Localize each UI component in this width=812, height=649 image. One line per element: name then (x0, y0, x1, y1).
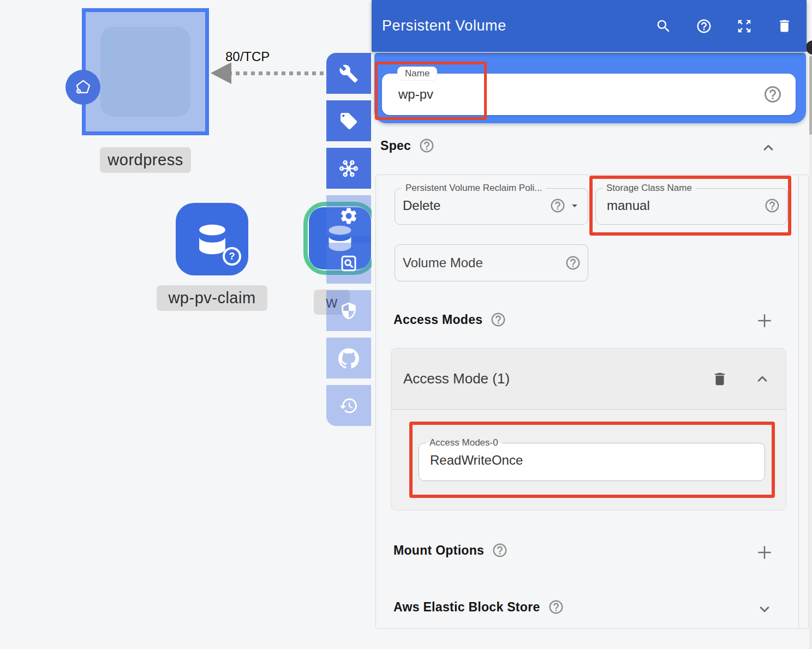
history-icon (339, 396, 359, 416)
storage-class-input[interactable]: Storage Class Name manual (595, 183, 787, 225)
access-modes-0-input[interactable]: Access Modes-0 ReadWriteOnce (419, 437, 765, 481)
access-mode-card: Access Mode (1) Access Modes-0 ReadWrite… (391, 348, 786, 510)
access-mode-card-title: Access Mode (1) (403, 370, 510, 387)
hub-icon (338, 158, 359, 179)
spec-form-container: Persistent Volume Reclaim Poli... Delete… (375, 175, 809, 629)
reclaim-policy-select[interactable]: Persistent Volume Reclaim Poli... Delete (395, 183, 588, 225)
help-icon[interactable] (419, 137, 435, 154)
spec-title: Spec (380, 139, 411, 153)
storage-class-label: Storage Class Name (602, 183, 696, 194)
toolbar-settings-button[interactable] (326, 195, 371, 236)
mount-options-section-header: Mount Options (393, 542, 508, 558)
volume-mode-input[interactable]: Volume Mode (395, 244, 588, 281)
search-icon[interactable] (655, 18, 672, 34)
shield-icon (339, 302, 358, 320)
kubernetes-editor-screen: wordpress 80/TCP ? wp-pv-claim w (0, 0, 812, 649)
node-wp-pv-claim[interactable]: ? (176, 203, 248, 275)
toolbar-github-button[interactable] (326, 338, 371, 378)
add-access-mode-button[interactable] (755, 311, 774, 330)
toolbar-search-doc-button[interactable] (326, 243, 371, 284)
trash-icon[interactable] (777, 18, 792, 34)
help-icon[interactable] (565, 255, 581, 271)
editor-toolbar (326, 53, 371, 432)
help-icon[interactable] (490, 311, 506, 328)
help-icon[interactable] (696, 18, 712, 34)
question-badge-icon: ? (223, 247, 241, 266)
persistent-volume-panel: Persistent Volume Name wp-pv Spec Per (372, 0, 812, 649)
aws-ebs-title: Aws Elastic Block Store (393, 600, 540, 615)
name-field-card: Name wp-pv (374, 53, 806, 123)
toolbar-history-button[interactable] (326, 385, 371, 426)
node-wordpress[interactable] (82, 8, 209, 135)
spec-collapse-chevron-up-icon[interactable] (760, 140, 777, 156)
collapse-access-mode-chevron-up-icon[interactable] (754, 371, 771, 387)
panel-header: Persistent Volume (372, 0, 807, 52)
name-field-value: wp-pv (398, 87, 433, 102)
wrench-icon (339, 64, 359, 83)
canvas-control-knob (806, 40, 812, 55)
access-modes-0-value: ReadWriteOnce (430, 453, 758, 468)
edge-label: 80/TCP (225, 49, 270, 64)
expand-aws-ebs-chevron-down-icon[interactable] (756, 601, 773, 617)
gear-icon (339, 206, 359, 226)
add-mount-option-button[interactable] (755, 543, 774, 562)
node-label-wp-pv-claim: wp-pv-claim (157, 285, 267, 311)
access-modes-title: Access Modes (393, 313, 482, 327)
help-icon[interactable] (550, 197, 566, 214)
dropdown-caret-icon[interactable] (568, 199, 581, 212)
access-mode-card-header[interactable]: Access Mode (1) (391, 348, 786, 410)
access-modes-0-label: Access Modes-0 (426, 437, 502, 448)
panel-title: Persistent Volume (382, 17, 506, 34)
node-label-wordpress: wordpress (100, 147, 191, 173)
help-icon[interactable] (492, 542, 508, 558)
toolbar-security-button[interactable] (326, 290, 371, 331)
aws-ebs-section-header: Aws Elastic Block Store (393, 599, 564, 615)
node-wordpress-inner (100, 27, 190, 117)
toolbar-tag-button[interactable] (326, 100, 371, 141)
pod-pentagon-icon (65, 70, 100, 105)
delete-access-mode-icon[interactable] (712, 371, 728, 387)
mount-options-title: Mount Options (393, 543, 484, 558)
access-modes-section-header: Access Modes (393, 311, 506, 328)
volume-mode-label: Volume Mode (403, 255, 565, 271)
scrollbar-track[interactable] (809, 53, 812, 649)
reclaim-policy-value: Delete (403, 198, 550, 213)
name-input[interactable]: Name wp-pv (382, 74, 796, 115)
github-icon (338, 348, 359, 369)
panel-header-actions (655, 18, 792, 34)
expand-icon[interactable] (736, 18, 753, 34)
toolbar-hub-button[interactable] (326, 148, 371, 189)
storage-class-value: manual (607, 198, 764, 213)
reclaim-policy-label: Persistent Volume Reclaim Poli... (402, 183, 546, 194)
panel-scroll-strip[interactable] (798, 175, 808, 628)
tag-icon (339, 111, 359, 131)
document-search-icon (339, 254, 359, 273)
spec-section-header: Spec (380, 137, 435, 154)
edge-arrowhead-icon (211, 62, 231, 84)
help-icon[interactable] (763, 85, 783, 104)
edge-80-tcp[interactable] (228, 71, 327, 75)
name-field-label: Name (397, 67, 437, 81)
scrollbar-thumb[interactable] (809, 56, 812, 135)
help-icon[interactable] (548, 599, 564, 615)
toolbar-wrench-button[interactable] (326, 53, 371, 94)
help-icon[interactable] (764, 197, 780, 214)
